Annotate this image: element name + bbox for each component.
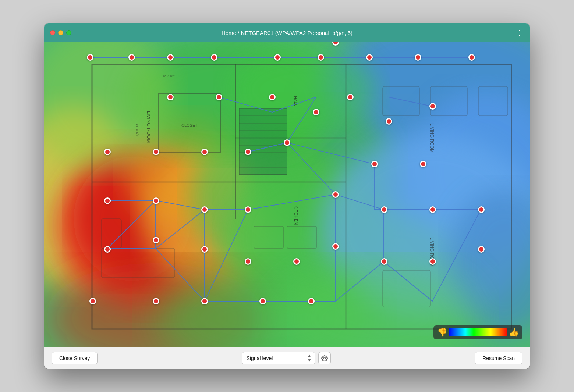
title-bar: Home / NETGEAR01 (WPA/WPA2 Personal, b/g… <box>44 23 530 42</box>
point-39[interactable] <box>381 258 387 265</box>
point-36[interactable] <box>245 258 251 265</box>
point-24[interactable] <box>420 161 426 167</box>
point-31[interactable] <box>429 206 436 213</box>
gear-icon <box>321 355 328 361</box>
point-21[interactable] <box>284 139 290 146</box>
point-34[interactable] <box>153 237 159 243</box>
point-17[interactable] <box>104 149 111 155</box>
point-15[interactable] <box>386 118 392 125</box>
point-29[interactable] <box>332 191 339 198</box>
maximize-button[interactable] <box>66 30 71 35</box>
point-10[interactable] <box>167 94 174 100</box>
point-44[interactable] <box>201 298 208 304</box>
good-signal-icon: 👍 <box>509 328 519 337</box>
signal-legend: 👎 👍 <box>433 325 522 339</box>
point-25[interactable] <box>104 197 111 204</box>
point-5[interactable] <box>274 54 281 61</box>
point-41[interactable] <box>478 246 485 253</box>
point-33[interactable] <box>104 246 111 253</box>
traffic-lights <box>50 30 71 35</box>
point-26[interactable] <box>153 197 159 204</box>
point-35[interactable] <box>201 246 208 253</box>
point-8[interactable] <box>415 54 421 61</box>
point-22[interactable] <box>332 42 339 46</box>
point-46[interactable] <box>308 298 315 304</box>
signal-level-select[interactable]: Signal level Noise level SNR PHY Mode Ba… <box>242 352 315 364</box>
measurement-points <box>44 42 530 347</box>
map-container: LIVING ROOM KITCHEN HALL LIVING ROOM LIV… <box>44 42 530 347</box>
point-18[interactable] <box>153 149 159 155</box>
point-16[interactable] <box>429 103 436 110</box>
point-43[interactable] <box>153 298 159 304</box>
signal-select-wrapper: Signal level Noise level SNR PHY Mode Ba… <box>242 352 315 364</box>
point-11[interactable] <box>216 94 222 100</box>
point-6[interactable] <box>318 54 324 61</box>
mac-window: Home / NETGEAR01 (WPA/WPA2 Personal, b/g… <box>44 23 530 369</box>
point-37[interactable] <box>293 258 300 265</box>
point-20[interactable] <box>245 149 251 155</box>
point-14[interactable] <box>347 94 354 100</box>
point-45[interactable] <box>259 298 266 304</box>
point-30[interactable] <box>381 206 387 213</box>
point-3[interactable] <box>167 54 174 61</box>
point-2[interactable] <box>128 54 135 61</box>
minimize-button[interactable] <box>58 30 63 35</box>
point-23[interactable] <box>371 161 378 167</box>
close-button[interactable] <box>50 30 55 35</box>
point-4[interactable] <box>211 54 217 61</box>
point-38[interactable] <box>332 243 339 250</box>
point-13[interactable] <box>313 109 319 115</box>
point-9[interactable] <box>468 54 475 61</box>
point-12[interactable] <box>269 94 276 100</box>
resume-scan-button[interactable]: Resume Scan <box>475 352 522 364</box>
point-27[interactable] <box>201 206 208 213</box>
point-42[interactable] <box>89 298 96 304</box>
close-survey-button[interactable]: Close Survey <box>52 352 98 364</box>
point-40[interactable] <box>429 258 436 265</box>
point-1[interactable] <box>87 54 93 61</box>
signal-selector-group: Signal level Noise level SNR PHY Mode Ba… <box>242 352 331 364</box>
point-19[interactable] <box>201 149 208 155</box>
point-28[interactable] <box>245 206 251 213</box>
bad-signal-icon: 👎 <box>437 328 447 337</box>
bottom-toolbar: Close Survey Signal level Noise level SN… <box>44 347 530 369</box>
window-title: Home / NETGEAR01 (WPA/WPA2 Personal, b/g… <box>222 30 352 36</box>
signal-gradient-bar <box>449 328 507 336</box>
point-7[interactable] <box>366 54 373 61</box>
menu-dots-button[interactable]: ⋮ <box>516 28 524 37</box>
point-32[interactable] <box>478 206 485 213</box>
settings-gear-button[interactable] <box>318 352 331 364</box>
svg-point-61 <box>323 357 325 359</box>
